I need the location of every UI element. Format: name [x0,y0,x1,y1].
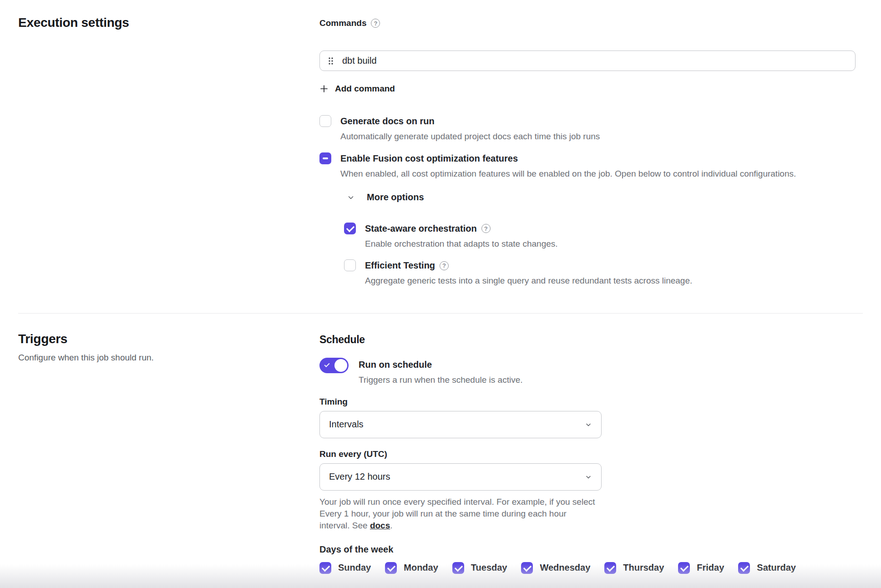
thursday-checkbox[interactable] [604,562,616,574]
run-every-label: Run every (UTC) [319,449,856,459]
monday-checkbox[interactable] [385,562,397,574]
interval-help-text: Your job will run once every specified i… [319,496,598,532]
generate-docs-option: Generate docs on run Automatically gener… [319,116,856,142]
triggers-section: Triggers Configure when this job should … [0,314,881,574]
run-on-schedule-label: Run on schedule [359,358,522,370]
day-item-friday: Friday [678,562,724,574]
thursday-label: Thursday [623,563,664,573]
day-item-saturday: Saturday [738,562,796,574]
execution-settings-title: Execution settings [18,15,319,30]
efficient-testing-checkbox[interactable] [344,259,356,271]
fusion-checkbox[interactable] [319,152,331,164]
generate-docs-description: Automatically generate updated project d… [340,131,600,142]
drag-handle-icon[interactable] [328,56,334,66]
toggle-check-icon [324,362,329,367]
monday-label: Monday [404,563,438,573]
interval-help-intro: Your job will run once every specified i… [319,497,595,530]
day-item-tuesday: Tuesday [452,562,507,574]
interval-help-suffix: . [390,521,392,530]
run-every-select[interactable]: Every 12 hours [319,463,602,491]
command-input[interactable]: dbt build [319,51,856,71]
efficient-testing-description: Aggregate generic tests into a single qu… [365,275,692,287]
chevron-down-icon [585,421,592,428]
day-item-sunday: Sunday [319,562,371,574]
state-aware-option: State-aware orchestration Enable orchest… [344,223,856,250]
run-on-schedule-description: Triggers a run when the schedule is acti… [359,374,522,386]
add-command-label: Add command [335,84,395,94]
sunday-label: Sunday [338,563,371,573]
tuesday-label: Tuesday [471,563,507,573]
day-item-wednesday: Wednesday [521,562,590,574]
sunday-checkbox[interactable] [319,562,331,574]
saturday-checkbox[interactable] [738,562,750,574]
wednesday-label: Wednesday [540,563,590,573]
tuesday-checkbox[interactable] [452,562,464,574]
plus-icon [319,84,329,93]
efficient-testing-label: Efficient Testing [365,260,435,271]
command-value: dbt build [342,56,377,66]
friday-label: Friday [697,563,724,573]
run-on-schedule-row: Run on schedule Triggers a run when the … [319,358,856,386]
days-of-week-row: Sunday Monday Tuesday Wednesday Thursday… [319,562,856,574]
fusion-label: Enable Fusion cost optimization features [340,153,796,164]
run-every-value: Every 12 hours [329,471,390,482]
triggers-subtitle: Configure when this job should run. [18,353,319,363]
fusion-option: Enable Fusion cost optimization features… [319,153,856,180]
generate-docs-label: Generate docs on run [340,116,600,127]
commands-label-row: Commands [319,18,856,28]
docs-link[interactable]: docs [370,521,390,530]
commands-help-icon[interactable] [371,19,380,28]
state-aware-label: State-aware orchestration [365,223,477,234]
execution-settings-section: Execution settings Commands dbt build Ad… [0,0,881,313]
timing-label: Timing [319,397,856,407]
chevron-down-icon [347,193,355,202]
wednesday-checkbox[interactable] [521,562,533,574]
state-aware-checkbox[interactable] [344,223,356,234]
efficient-testing-help-icon[interactable] [440,261,449,270]
saturday-label: Saturday [757,563,796,573]
chevron-down-icon [585,473,592,481]
day-item-monday: Monday [385,562,438,574]
day-item-thursday: Thursday [604,562,664,574]
efficient-testing-option: Efficient Testing Aggregate generic test… [344,260,856,287]
timing-value: Intervals [329,419,364,430]
add-command-button[interactable]: Add command [319,84,395,94]
friday-checkbox[interactable] [678,562,690,574]
fusion-description: When enabled, all cost optimization feat… [340,168,796,180]
more-options-toggle[interactable]: More options [347,192,424,203]
generate-docs-checkbox[interactable] [319,115,331,127]
commands-label: Commands [319,18,366,28]
toggle-knob [334,359,347,372]
days-of-week-label: Days of the week [319,544,856,555]
more-options-label: More options [367,192,424,203]
triggers-title: Triggers [18,332,319,346]
schedule-title: Schedule [319,334,856,346]
state-aware-help-icon[interactable] [481,224,491,233]
run-on-schedule-toggle[interactable] [319,358,349,373]
timing-select[interactable]: Intervals [319,411,602,438]
state-aware-description: Enable orchestration that adapts to stat… [365,238,558,250]
